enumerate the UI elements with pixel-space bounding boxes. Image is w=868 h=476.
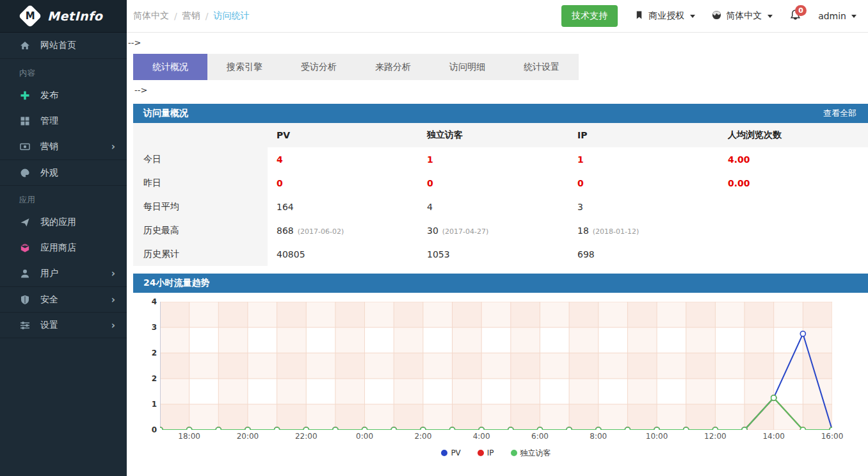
sidebar-item-grid[interactable]: 管理 xyxy=(0,108,127,134)
overview-title: 访问量概况 xyxy=(143,108,188,119)
table-cell: 698 xyxy=(568,249,719,259)
sidebar-item-user[interactable]: 用户› xyxy=(0,261,127,286)
logo[interactable]: M MetInfo xyxy=(0,0,127,33)
language-label: 简体中文 xyxy=(726,10,762,22)
chevron-right-icon: › xyxy=(111,141,115,152)
table-corner-cell xyxy=(133,123,268,147)
chart-legend: PVIP独立访客 xyxy=(160,446,832,460)
x-tick-label: 22:00 xyxy=(295,432,317,441)
tab-统计设置[interactable]: 统计设置 xyxy=(504,54,579,80)
sidebar-group: 应用我的应用应用商店 xyxy=(0,186,127,261)
sidebar-item-label: 外观 xyxy=(40,167,115,179)
x-tick-label: 12:00 xyxy=(704,432,727,441)
palette-icon xyxy=(19,167,30,178)
trend-section-bar: 24小时流量趋势 xyxy=(133,274,868,293)
sidebar-item-label: 我的应用 xyxy=(40,217,115,228)
sidebar-item-label: 发布 xyxy=(40,90,115,101)
chevron-right-icon: › xyxy=(111,320,115,331)
tab-访问明细[interactable]: 访问明细 xyxy=(430,54,504,80)
legend-dot-icon xyxy=(511,450,517,456)
table-column-header: PV xyxy=(268,130,418,140)
user-icon xyxy=(19,268,30,279)
globe-icon xyxy=(712,10,721,22)
table-row: 历史最高868(2017-06-02)30(2017-04-27)18(2018… xyxy=(133,218,868,242)
y-tick-label: 2 xyxy=(152,374,157,383)
sidebar-item-home[interactable]: 网站首页 xyxy=(0,33,127,58)
breadcrumb-item[interactable]: 营销 xyxy=(182,10,200,22)
language-menu[interactable]: 简体中文 xyxy=(712,10,773,22)
chevron-right-icon: › xyxy=(111,294,115,306)
stray-arrow-below-tabs: --> xyxy=(133,80,868,104)
grid-icon xyxy=(19,116,30,127)
table-cell-date-note: (2018-01-12) xyxy=(593,227,639,236)
legend-label: IP xyxy=(487,448,494,457)
breadcrumb-separator: / xyxy=(174,11,177,21)
license-label: 商业授权 xyxy=(648,10,684,22)
x-tick-label: 8:00 xyxy=(590,432,607,441)
legend-dot-icon xyxy=(478,450,484,456)
money-icon xyxy=(19,142,30,152)
overview-table: PV独立访客IP人均浏览次数 今日4114.00昨日0000.00每日平均164… xyxy=(133,123,868,266)
username: admin xyxy=(818,11,846,21)
breadcrumb-separator: / xyxy=(205,11,209,21)
breadcrumb: 简体中文/营销/访问统计 xyxy=(133,10,249,22)
logo-text: MetInfo xyxy=(47,9,102,23)
x-tick-label: 20:00 xyxy=(237,432,259,441)
sidebar-nav: 网站首页内容发布管理营销›外观应用我的应用应用商店用户›安全›设置› xyxy=(0,33,127,338)
sidebar-item-cube[interactable]: 应用商店 xyxy=(0,235,127,261)
y-tick-label: 4 xyxy=(152,297,157,306)
sliders-icon xyxy=(19,320,30,331)
legend-item-PV: PV xyxy=(441,448,460,457)
tech-support-button[interactable]: 技术支持 xyxy=(561,5,618,27)
table-column-header: IP xyxy=(568,130,719,140)
legend-item-独立访客: 独立访客 xyxy=(511,448,551,459)
sidebar-group: 用户›安全›设置› xyxy=(0,261,127,338)
table-column-header: 人均浏览次数 xyxy=(719,129,868,141)
chevron-down-icon xyxy=(851,15,856,18)
table-cell: 0 xyxy=(268,178,418,188)
cube-icon xyxy=(19,243,30,254)
row-label: 每日平均 xyxy=(133,195,268,218)
x-tick-label: 6:00 xyxy=(531,432,549,441)
sidebar-item-shield[interactable]: 安全› xyxy=(0,286,127,312)
chart-x-axis: 18:0020:0022:000:002:004:006:008:0010:00… xyxy=(160,432,832,443)
tab-统计概况[interactable]: 统计概况 xyxy=(133,54,207,80)
main-area: 简体中文/营销/访问统计 技术支持 商业授权 简体中文 xyxy=(127,0,868,476)
table-cell: 0.00 xyxy=(719,178,868,188)
sidebar-item-money[interactable]: 营销› xyxy=(0,134,127,160)
table-cell: 3 xyxy=(568,202,719,212)
user-menu[interactable]: admin xyxy=(818,11,856,21)
breadcrumb-item[interactable]: 访问统计 xyxy=(213,10,249,22)
sidebar-item-send[interactable]: 我的应用 xyxy=(0,209,127,235)
sidebar-item-palette[interactable]: 外观 xyxy=(0,160,127,185)
tab-来路分析[interactable]: 来路分析 xyxy=(356,54,430,80)
table-cell: 4.00 xyxy=(719,154,868,165)
sidebar-item-label: 管理 xyxy=(40,115,115,127)
view-all-link[interactable]: 查看全部 xyxy=(823,108,856,119)
trend-title: 24小时流量趋势 xyxy=(143,277,209,289)
sidebar-item-plus[interactable]: 发布 xyxy=(0,83,127,108)
legend-item-IP: IP xyxy=(478,448,494,457)
sidebar-group: 内容发布管理 xyxy=(0,59,127,134)
table-cell: 0 xyxy=(568,178,719,188)
sidebar-item-label: 安全 xyxy=(40,294,111,306)
table-row: 今日4114.00 xyxy=(133,147,868,171)
tab-搜索引擎[interactable]: 搜索引擎 xyxy=(207,54,282,80)
table-cell: 4 xyxy=(418,202,568,212)
table-body: 今日4114.00昨日0000.00每日平均16443历史最高868(2017-… xyxy=(133,147,868,266)
y-tick-label: 1 xyxy=(152,400,157,409)
y-tick-label: 3 xyxy=(152,323,157,332)
shield-icon xyxy=(19,294,30,305)
notifications-button[interactable]: 0 xyxy=(789,9,801,24)
breadcrumb-item[interactable]: 简体中文 xyxy=(133,10,169,22)
legend-label: PV xyxy=(451,448,460,457)
license-menu[interactable]: 商业授权 xyxy=(634,10,695,22)
table-cell: 40805 xyxy=(268,249,418,259)
x-tick-label: 10:00 xyxy=(646,432,668,441)
legend-label: 独立访客 xyxy=(520,448,551,459)
sidebar-item-label: 应用商店 xyxy=(40,242,115,254)
sidebar-item-sliders[interactable]: 设置› xyxy=(0,312,127,338)
tab-受访分析[interactable]: 受访分析 xyxy=(282,54,356,80)
x-tick-label: 14:00 xyxy=(762,432,785,441)
home-icon xyxy=(19,40,30,51)
